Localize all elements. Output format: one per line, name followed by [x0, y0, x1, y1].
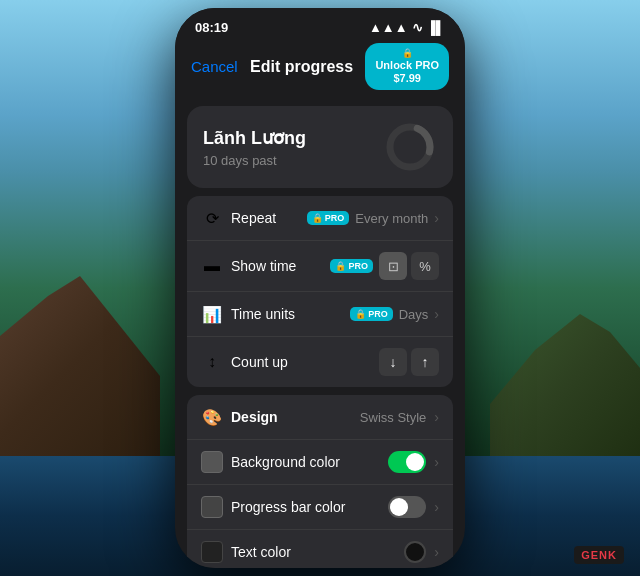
signal-icon: ▲▲▲ [369, 20, 408, 35]
nav-title: Edit progress [250, 58, 353, 76]
show-time-value: 🔒 PRO ⊡ % [330, 252, 439, 280]
nav-bar: Cancel Edit progress 🔒 Unlock PRO $7.99 [175, 39, 465, 98]
progress-bar-color-icon [201, 496, 223, 518]
count-up-label: Count up [231, 354, 371, 370]
unlock-pro-button[interactable]: 🔒 Unlock PRO $7.99 [365, 43, 449, 90]
time-display: 08:19 [195, 20, 228, 35]
repeat-row[interactable]: ⟳ Repeat 🔒 PRO Every month › [187, 196, 453, 241]
genk-text: GENK [581, 549, 617, 561]
chevron-design-icon: › [434, 409, 439, 425]
repeat-label: Repeat [231, 210, 299, 226]
count-up-arrows: ↓ ↑ [379, 348, 439, 376]
time-units-value: 🔒 PRO Days › [350, 306, 439, 322]
time-icon-toggle[interactable]: ⊡ [379, 252, 407, 280]
design-value: Swiss Style [360, 410, 426, 425]
cancel-button[interactable]: Cancel [191, 58, 238, 75]
count-up-row[interactable]: ↕ Count up ↓ ↑ [187, 337, 453, 387]
chevron-bg-icon: › [434, 454, 439, 470]
text-color-label: Text color [231, 544, 396, 560]
design-header-row[interactable]: 🎨 Design Swiss Style › [187, 395, 453, 440]
text-color-icon [201, 541, 223, 563]
battery-icon: ▐▌ [427, 20, 445, 35]
progress-card: Lãnh Lương 10 days past [187, 106, 453, 188]
design-label: Design [231, 409, 352, 425]
chevron-progress-icon: › [434, 499, 439, 515]
arrow-up-button[interactable]: ↑ [411, 348, 439, 376]
pro-badge-units: 🔒 PRO [350, 307, 393, 321]
time-units-row[interactable]: 📊 Time units 🔒 PRO Days › [187, 292, 453, 337]
repeat-value: 🔒 PRO Every month › [307, 210, 439, 226]
count-up-icon: ↕ [201, 351, 223, 373]
time-units-label: Time units [231, 306, 342, 322]
time-units-icon: 📊 [201, 303, 223, 325]
lock-small-icon: 🔒 [312, 213, 323, 223]
chevron-icon: › [434, 210, 439, 226]
time-percent-toggle[interactable]: % [411, 252, 439, 280]
status-bar: 08:19 ▲▲▲ ∿ ▐▌ [175, 8, 465, 39]
progress-donut [383, 120, 437, 174]
wifi-icon: ∿ [412, 20, 423, 35]
progress-bar-color-toggle[interactable] [388, 496, 426, 518]
card-title: Lãnh Lương [203, 127, 306, 149]
arrow-down-button[interactable]: ↓ [379, 348, 407, 376]
background-color-toggle[interactable] [388, 451, 426, 473]
card-subtitle: 10 days past [203, 153, 306, 168]
text-color-dot [404, 541, 426, 563]
pro-badge-repeat: 🔒 PRO [307, 211, 350, 225]
chevron-text-icon: › [434, 544, 439, 560]
background-color-label: Background color [231, 454, 380, 470]
pro-badge-time: 🔒 PRO [330, 259, 373, 273]
show-time-row[interactable]: ▬ Show time 🔒 PRO ⊡ % [187, 241, 453, 292]
show-time-label: Show time [231, 258, 322, 274]
phone-frame: 08:19 ▲▲▲ ∿ ▐▌ Cancel Edit progress 🔒 Un… [175, 8, 465, 568]
progress-bar-color-row[interactable]: Progress bar color › [187, 485, 453, 530]
show-time-icon: ▬ [201, 255, 223, 277]
background-color-icon [201, 451, 223, 473]
time-toggle-buttons: ⊡ % [379, 252, 439, 280]
design-icon: 🎨 [201, 406, 223, 428]
unlock-label: Unlock PRO [375, 59, 439, 72]
design-section: 🎨 Design Swiss Style › Background color … [187, 395, 453, 568]
lock-small-3-icon: 🔒 [355, 309, 366, 319]
text-color-row[interactable]: Text color › [187, 530, 453, 568]
time-units-value-text: Days [399, 307, 429, 322]
status-icons: ▲▲▲ ∿ ▐▌ [369, 20, 445, 35]
settings-section: ⟳ Repeat 🔒 PRO Every month › ▬ Show time… [187, 196, 453, 387]
lock-icon: 🔒 [402, 48, 413, 59]
genk-logo: GENK [574, 546, 624, 564]
repeat-icon: ⟳ [201, 207, 223, 229]
chevron-units-icon: › [434, 306, 439, 322]
repeat-value-text: Every month [355, 211, 428, 226]
unlock-price: $7.99 [393, 72, 421, 85]
card-info: Lãnh Lương 10 days past [203, 127, 306, 168]
progress-bar-color-label: Progress bar color [231, 499, 380, 515]
background-color-row[interactable]: Background color › [187, 440, 453, 485]
lock-small-2-icon: 🔒 [335, 261, 346, 271]
